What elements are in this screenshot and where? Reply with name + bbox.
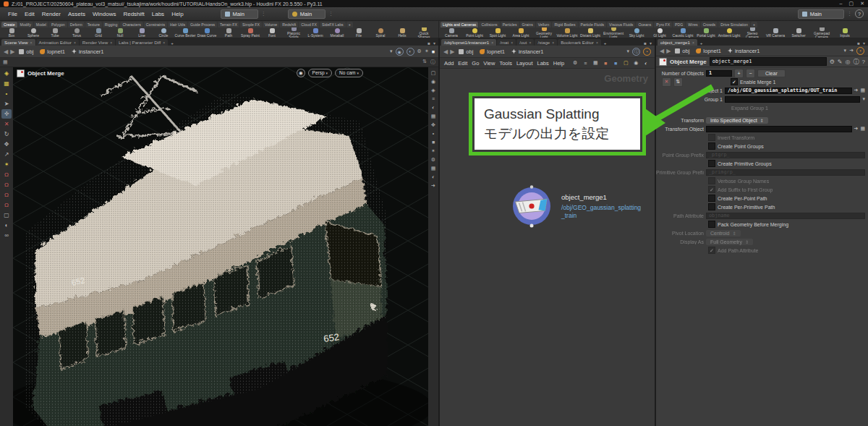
lock-camera-icon[interactable]: ◈ (429, 86, 438, 94)
snapshot-icon[interactable]: ◉ (396, 48, 404, 56)
menu-edit[interactable]: Edit (21, 9, 38, 19)
shelf-tab-terrain-fx[interactable]: Terrain FX (218, 22, 239, 27)
menu-help[interactable]: Help (168, 9, 187, 19)
tool-quick-shapes[interactable]: Quick Shapes (413, 27, 435, 38)
stow-grid-icon[interactable]: ▦ (3, 59, 8, 65)
view-layout-icon[interactable]: ▢ (429, 69, 438, 77)
tool-draw-curve[interactable]: Draw Curve (196, 28, 218, 38)
reference-plane-icon[interactable]: ◐ (1, 221, 12, 230)
close-icon[interactable]: × (110, 41, 112, 45)
shelf-tab-lights-cameras[interactable]: Lights and Cameras (441, 22, 478, 27)
shelf-tab-modify[interactable]: Modify (18, 22, 33, 27)
new-tab-button[interactable]: + (602, 41, 609, 46)
points-display-icon[interactable]: • (429, 129, 438, 137)
pin-icon[interactable]: • (643, 48, 651, 56)
material-flag-icon[interactable]: ✶ (429, 147, 438, 155)
magnifier-icon[interactable]: ◎ (846, 59, 851, 65)
tool-portal-light[interactable]: Portal Light (694, 28, 718, 38)
shelf-tab-add[interactable]: + (346, 22, 353, 27)
snapshot-gallery-icon[interactable]: ◐ (642, 59, 650, 67)
close-icon[interactable]: × (596, 41, 598, 45)
jump-to-node-icon[interactable]: ➜ (849, 48, 854, 54)
shelf-tab-volume[interactable]: Volume (263, 22, 279, 27)
close-icon[interactable]: × (692, 41, 694, 45)
open-chooser-icon[interactable]: ▦ (860, 126, 865, 132)
desktop-selector-mid[interactable]: Main (288, 9, 326, 19)
breadcrumb-obj[interactable]: obj (17, 48, 35, 55)
shelf-tab-viscous-fluids[interactable]: Viscous Fluids (607, 22, 635, 27)
pivot-location-dropdown[interactable]: Centroid⇕ (706, 230, 741, 237)
help-icon[interactable]: ? (862, 59, 865, 65)
pane-menu-icon[interactable]: ■ (427, 41, 430, 46)
close-icon[interactable]: × (30, 41, 33, 45)
sort-icon[interactable]: ⇅ (422, 59, 427, 66)
breadcrumb-instancer1[interactable]: instancer1 (69, 48, 106, 55)
select-tool-icon[interactable]: ➤ (1, 99, 12, 108)
per-prim-path-checkbox[interactable] (708, 203, 715, 210)
state-info-icon[interactable]: ⓘ (430, 59, 435, 66)
shelf-tab-crowds[interactable]: Crowds (701, 22, 718, 27)
new-tab-button[interactable]: + (698, 41, 705, 46)
menu-help[interactable]: Help (553, 60, 564, 67)
render-icon[interactable]: ⚙ (417, 48, 422, 54)
scale-tool-icon[interactable]: ↗ (1, 150, 12, 159)
pin-parameters-icon[interactable]: • (856, 47, 864, 55)
gamma-icon[interactable]: ◐ (429, 173, 438, 181)
tab-animation-editor[interactable]: Animation Editor× (36, 39, 79, 46)
back-icon[interactable]: ◀ (660, 48, 664, 54)
taskbar-icon[interactable]: ▢ (622, 59, 629, 67)
tool-grid[interactable]: Grid (88, 28, 109, 38)
shelf-tab-particles[interactable]: Particles (501, 22, 519, 27)
menu-redshift[interactable]: Redshift (119, 9, 148, 19)
shading-mode-icon[interactable]: ◐ (429, 103, 438, 111)
create-point-groups-checkbox[interactable] (708, 142, 715, 150)
create-prim-groups-checkbox[interactable] (708, 160, 715, 167)
snap-view-icon[interactable]: ➜ (429, 182, 438, 189)
menu-add[interactable]: Add (444, 60, 454, 67)
tool-sky-light[interactable]: Sky Light (625, 28, 648, 38)
path-dropdown-icon[interactable]: ▾ (626, 48, 629, 54)
minimize-button[interactable]: – (840, 0, 843, 7)
menu-render[interactable]: Render (38, 9, 64, 19)
close-icon[interactable]: × (74, 41, 76, 45)
close-button[interactable]: ✕ (860, 0, 864, 7)
clear-button[interactable]: Clear (757, 69, 786, 77)
show-components-icon[interactable]: • (1, 89, 12, 98)
tool-vr-camera[interactable]: VR Camera (764, 28, 787, 38)
tool-point-light[interactable]: Point Light (463, 28, 486, 38)
tool-font[interactable]: Font (261, 28, 283, 38)
desktop-selector-left[interactable]: Main (221, 9, 258, 19)
breadcrumb-instancer1[interactable]: instancer1 (509, 48, 546, 55)
node-name-field[interactable]: object_merge1 (710, 57, 827, 66)
info-icon[interactable]: ⓘ (854, 58, 859, 66)
shelf-tab-particle-fluids[interactable]: Particle Fluids (579, 22, 607, 27)
tool-area-light[interactable]: Area Light (509, 28, 532, 38)
tools-wrench-icon[interactable]: ⚙ (571, 59, 579, 67)
breadcrumb-instancer1[interactable]: instancer1 (726, 48, 762, 54)
open-chooser-icon[interactable]: ▦ (860, 88, 865, 93)
tool-distant-light[interactable]: Distant Light (579, 28, 602, 38)
menu-tools[interactable]: Tools (499, 60, 512, 67)
menu-go[interactable]: Go (472, 60, 479, 67)
shelf-tab-vellum[interactable]: Vellum (536, 22, 552, 27)
persp-view-selector[interactable]: Persp▾ (308, 69, 333, 77)
add-instance-button[interactable]: + (734, 69, 744, 78)
tool-platonic-solids[interactable]: Platonic Solids (283, 27, 305, 38)
path-attribute-field[interactable]: objname (709, 213, 730, 218)
add-suffix-checkbox[interactable]: ✓ (708, 186, 715, 193)
gear-icon[interactable]: ⚙ (830, 59, 835, 65)
reorder-instance-icon[interactable]: ⇅ (673, 77, 683, 87)
shelf-tab-wires[interactable]: Wires (686, 22, 699, 27)
tool-torus[interactable]: Torus (66, 28, 88, 38)
group-display-icon[interactable]: ■ (429, 138, 438, 146)
shelf-tab-oceans[interactable]: Oceans (636, 22, 653, 27)
wireframe-icon[interactable]: ▦ (429, 112, 438, 120)
shelf-tab-pdg[interactable]: PDG (673, 22, 685, 27)
breadcrumb-obj[interactable]: obj (673, 48, 692, 54)
help-icon[interactable]: ? (855, 9, 864, 18)
maximize-button[interactable]: ▢ (849, 0, 854, 7)
stats-icon[interactable]: ≡ (582, 59, 589, 67)
close-icon[interactable]: × (552, 41, 554, 45)
menu-windows[interactable]: Windows (89, 9, 119, 19)
color-palette-icon[interactable]: ■ (602, 59, 609, 67)
